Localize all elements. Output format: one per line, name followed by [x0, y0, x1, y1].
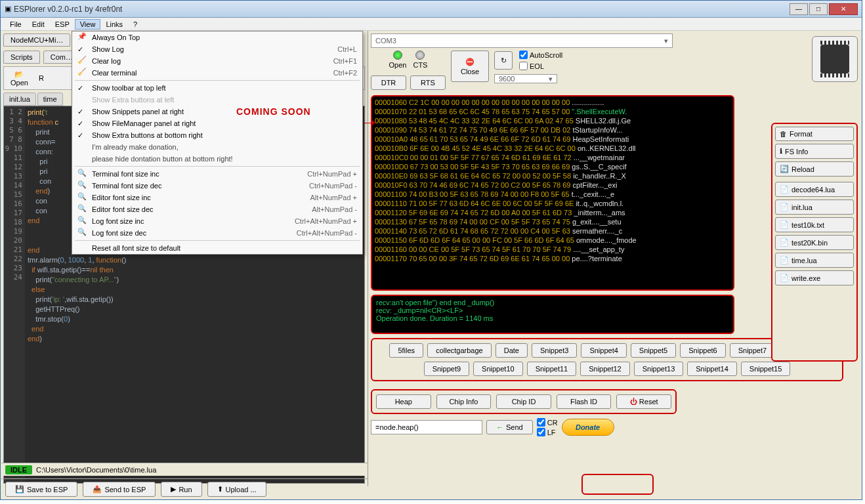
zoom-in-icon: 🔍 [77, 216, 88, 226]
fsinfo-button[interactable]: ℹFS Info [775, 144, 854, 159]
view-menu-dropdown: 📌Always On Top ✓Show LogCtrl+L 🧹Clear lo… [72, 31, 363, 255]
menu-clear-terminal[interactable]: 🧹Clear terminalCtrl+F2 [72, 67, 362, 79]
tab-nodemcu[interactable]: NodeMCU+Mi… [3, 33, 70, 47]
hex-row: 00001130 67 5F 65 78 69 74 00 00 CF 00 5… [375, 217, 730, 226]
menu-esp[interactable]: ESP [50, 19, 75, 30]
file-item-2[interactable]: 📄test10k.txt [775, 217, 854, 232]
subtab-scripts[interactable]: Scripts [3, 51, 40, 64]
open-label: Open [389, 61, 407, 69]
minimize-button[interactable]: — [790, 3, 808, 15]
snippet-button-0[interactable]: 5files [389, 343, 423, 358]
menu-log-font-dec[interactable]: 🔍Log font size decCtrl+Alt+NumPad - [72, 227, 362, 239]
close-port-button[interactable]: ⛔Close [451, 51, 489, 82]
file-icon: 📄 [780, 185, 789, 194]
file-item-3[interactable]: 📄test20K.bin [775, 235, 854, 250]
log-line: recv: _dump=nil<CR><LF> [376, 306, 729, 314]
check-icon: ✓ [77, 131, 83, 140]
snippet-button-5[interactable]: Snippet5 [631, 343, 676, 358]
autoscroll-checkbox[interactable]: AutoScroll [519, 51, 562, 59]
snippet-button-9[interactable]: Snippet9 [424, 362, 469, 376]
refresh-button[interactable]: ↻ [494, 51, 513, 70]
reload-button[interactable]: 🔄Reload [775, 161, 854, 177]
menu-show-log[interactable]: ✓Show LogCtrl+L [72, 43, 362, 55]
baud-combo[interactable]: 9600 [494, 74, 557, 83]
hex-row: 00001080 53 48 45 4C 4C 33 32 2E 64 6C 6… [375, 116, 730, 125]
file-tab-time[interactable]: time [37, 93, 63, 106]
chipid-button[interactable]: Chip ID [496, 394, 551, 409]
file-item-5[interactable]: 📄write.exe [775, 270, 854, 285]
menu-always-on-top[interactable]: 📌Always On Top [72, 32, 362, 43]
play-icon: ▶ [171, 485, 176, 494]
snippet-button-15[interactable]: Snippet15 [741, 362, 791, 376]
lf-checkbox[interactable]: LF [537, 428, 558, 436]
menu-term-font-inc[interactable]: 🔍Terminal font size incCtrl+NumPad + [72, 168, 362, 180]
hex-row: 00001090 74 53 74 61 72 74 75 70 49 6E 6… [375, 125, 730, 135]
eol-checkbox[interactable]: EOL [519, 62, 562, 70]
menu-links[interactable]: Links [100, 19, 128, 30]
menu-file[interactable]: File [5, 19, 27, 30]
file-tab-init[interactable]: init.lua [3, 93, 36, 106]
donate-button[interactable]: Donate [562, 419, 614, 436]
file-icon: 📄 [780, 203, 789, 211]
run-button[interactable]: ▶Run [161, 482, 201, 497]
open-button[interactable]: 📂Open [7, 69, 32, 88]
snippet-button-2[interactable]: Date [496, 343, 528, 358]
menu-reset-fonts[interactable]: Reset all font size to default [72, 242, 362, 254]
menu-show-snippets-right[interactable]: ✓Show Snippets panel at right [72, 106, 362, 117]
send-button[interactable]: ←Send [486, 420, 533, 434]
format-button[interactable]: 🗑Format [775, 127, 854, 141]
titlebar: ▣ ESPlorer v0.2.0-rc1 by 4refr0nt — □ ✕ [1, 1, 862, 18]
snippet-button-3[interactable]: Snippet3 [532, 343, 577, 358]
rts-button[interactable]: RTS [410, 75, 446, 90]
snippet-button-1[interactable]: collectgarbage [427, 343, 492, 358]
check-icon: ✓ [77, 108, 83, 116]
menu-clear-log[interactable]: 🧹Clear logCtrl+F1 [72, 55, 362, 67]
menu-edit[interactable]: Edit [27, 19, 50, 30]
maximize-button[interactable]: □ [809, 3, 828, 15]
file-item-0[interactable]: 📄decode64.lua [775, 182, 854, 197]
app-icon: ▣ [5, 5, 11, 13]
zoom-out-icon: 🔍 [77, 204, 88, 215]
port-combo[interactable]: COM3 [371, 33, 673, 48]
reset-button[interactable]: ⏻ Reset [616, 394, 671, 409]
menu-log-font-inc[interactable]: 🔍Log font size incCtrl+Alt+NumPad + [72, 215, 362, 227]
donation-note2: please hide dontation button at bottom r… [72, 153, 362, 165]
menu-editor-font-dec[interactable]: 🔍Editor font size decAlt+NumPad - [72, 203, 362, 215]
esp-chip-button[interactable] [812, 36, 858, 82]
flashid-button[interactable]: Flash ID [557, 394, 612, 409]
file-icon: 📄 [780, 274, 789, 282]
cr-checkbox[interactable]: CR [537, 418, 558, 427]
snippet-button-13[interactable]: Snippet13 [634, 362, 684, 376]
command-input[interactable] [371, 420, 482, 434]
menu-editor-font-inc[interactable]: 🔍Editor font size incAlt+NumPad + [72, 192, 362, 203]
file-item-1[interactable]: 📄init.lua [775, 200, 854, 215]
menu-view[interactable]: View [75, 19, 101, 30]
hex-dump[interactable]: 00001060 C2 1C 00 00 00 00 00 00 00 00 0… [371, 95, 734, 291]
close-button[interactable]: ✕ [829, 3, 858, 15]
heap-button[interactable]: Heap [376, 394, 431, 409]
save-to-esp-button[interactable]: 💾Save to ESP [5, 482, 77, 497]
snippet-button-6[interactable]: Snippet6 [680, 343, 725, 358]
snippet-button-12[interactable]: Snippet12 [580, 362, 630, 376]
snippet-button-7[interactable]: Snippet7 [730, 343, 775, 358]
menu-help[interactable]: ? [128, 19, 142, 30]
menu-show-toolbar-topleft[interactable]: ✓Show toolbar at top left [72, 82, 362, 94]
menu-show-extra-bottomright[interactable]: ✓Show Extra buttons at bottom right [72, 129, 362, 141]
hex-row: 00001060 C2 1C 00 00 00 00 00 00 00 00 0… [375, 98, 730, 107]
snippet-button-10[interactable]: Snippet10 [473, 362, 523, 376]
snippet-button-11[interactable]: Snippet11 [527, 362, 577, 376]
dtr-button[interactable]: DTR [371, 75, 406, 90]
menu-show-filemgr-right[interactable]: ✓Show FileManager panel at right [72, 117, 362, 129]
r-button[interactable]: R [35, 73, 48, 83]
snippet-button-4[interactable]: Snippet4 [581, 343, 626, 358]
menu-term-font-dec[interactable]: 🔍Terminal font size decCtrl+NumPad - [72, 180, 362, 192]
clear-terminal-icon: 🧹 [77, 68, 88, 78]
status-bar: IDLE C:\Users\Victor\Documents\0\time.lu… [1, 463, 368, 476]
upload-button[interactable]: ⬆Upload ... [207, 482, 266, 497]
open-led-icon [393, 51, 402, 60]
chipinfo-button[interactable]: Chip Info [436, 394, 492, 409]
file-item-4[interactable]: 📄time.lua [775, 253, 854, 268]
send-to-esp-button[interactable]: 📤Send to ESP [83, 482, 156, 497]
hex-row: 00001110 71 00 5F 77 63 6D 64 6C 6E 00 6… [375, 199, 730, 208]
snippet-button-14[interactable]: Snippet14 [687, 362, 737, 376]
